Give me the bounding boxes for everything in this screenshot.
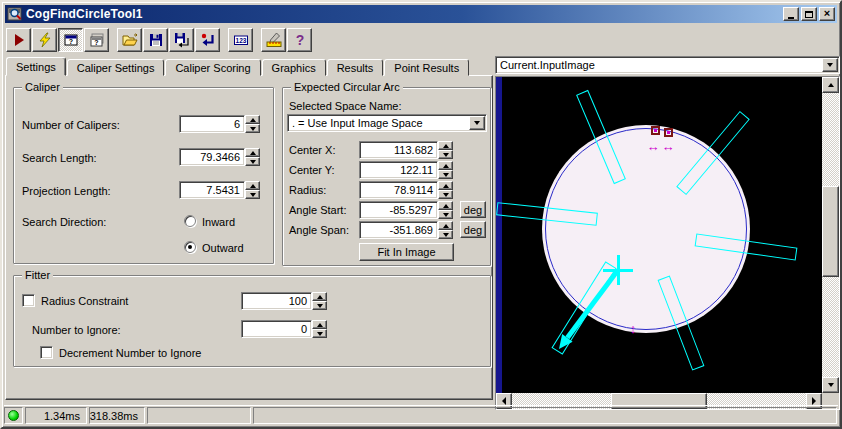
spin-down-button[interactable]: [312, 329, 327, 338]
tab-results[interactable]: Results: [327, 59, 384, 76]
radius-constraint-field[interactable]: 100: [241, 292, 312, 310]
electric-run-button[interactable]: [32, 28, 57, 52]
spin-down-button[interactable]: [438, 150, 453, 159]
save-button[interactable]: [143, 28, 168, 52]
search-direction-marker: ↕: [630, 322, 637, 335]
search-length-field[interactable]: 79.3466: [179, 148, 245, 166]
svg-text:?: ?: [94, 39, 98, 46]
scroll-up-button[interactable]: [822, 77, 839, 93]
decrement-number-label[interactable]: Decrement Number to Ignore: [59, 347, 201, 359]
edge-point-marker: [664, 128, 673, 137]
space-name-combobox[interactable]: . = Use Input Image Space: [287, 114, 487, 132]
spin-up-button[interactable]: [245, 148, 260, 157]
center-y-field[interactable]: 122.11: [359, 161, 438, 179]
spin-down-button[interactable]: [438, 210, 453, 219]
run-icon: [11, 32, 27, 48]
outward-radio[interactable]: [184, 241, 196, 253]
spin-up-button[interactable]: [438, 201, 453, 210]
cog-find-circle-tool-window: CogFindCircleTool1 × ??123? SettingsCali…: [0, 0, 842, 429]
angle-start-field[interactable]: -85.5297: [359, 201, 438, 219]
tab-caliper-settings[interactable]: Caliper Settings: [67, 59, 165, 76]
up-arrow-icon: [443, 164, 449, 168]
radius-label: Radius:: [289, 184, 326, 196]
radius-constraint-label[interactable]: Radius Constraint: [41, 295, 128, 307]
toolbar: ??123?: [6, 27, 313, 53]
image-selector-combobox[interactable]: Current.InputImage: [495, 56, 840, 74]
arc-group-title: Expected Circular Arc: [291, 81, 403, 93]
fit-in-image-button[interactable]: Fit In Image: [359, 243, 454, 261]
decrement-number-checkbox[interactable]: [40, 346, 53, 359]
maximize-button[interactable]: [801, 7, 817, 21]
inward-radio-label[interactable]: Inward: [202, 216, 235, 228]
outward-radio-label[interactable]: Outward: [202, 242, 244, 254]
radius-field[interactable]: 78.9114: [359, 181, 438, 199]
revert-button[interactable]: [195, 28, 220, 52]
spin-down-button[interactable]: [245, 190, 260, 199]
show-electric-tool-window-button[interactable]: ?: [84, 28, 109, 52]
spin-down-button[interactable]: [245, 124, 260, 133]
projection-length-field[interactable]: 7.5431: [179, 181, 245, 199]
spin-down-button[interactable]: [312, 301, 327, 310]
chevron-down-icon: [827, 63, 833, 67]
image-viewport[interactable]: ↔↔↕: [495, 76, 840, 410]
chevron-down-icon: [474, 121, 480, 125]
revert-arrow-icon: [200, 32, 216, 48]
up-arrow-icon: [443, 144, 449, 148]
dropdown-button[interactable]: [469, 116, 485, 130]
open-file-button[interactable]: [117, 28, 142, 52]
angle-span-unit-button[interactable]: deg: [460, 221, 486, 238]
spin-up-button[interactable]: [245, 181, 260, 190]
measure-button[interactable]: [261, 28, 286, 52]
status-led-panel: [4, 407, 23, 424]
edge-point-dot: [654, 129, 657, 132]
minimize-button[interactable]: [783, 7, 799, 21]
spin-up-button[interactable]: [312, 320, 327, 329]
spin-up-button[interactable]: [245, 115, 260, 124]
radius-constraint-checkbox[interactable]: [22, 294, 35, 307]
scroll-down-button[interactable]: [822, 377, 839, 393]
run-button[interactable]: [6, 28, 31, 52]
dropdown-button[interactable]: [822, 58, 838, 72]
numeric-display-button[interactable]: 123: [228, 28, 253, 52]
search-direction-marker: ↔: [647, 140, 660, 153]
spin-up-button[interactable]: [438, 161, 453, 170]
close-button[interactable]: ×: [819, 7, 835, 21]
spin-up-button[interactable]: [312, 292, 327, 301]
angle-start-unit-button[interactable]: deg: [460, 201, 486, 218]
spin-down-button[interactable]: [438, 170, 453, 179]
vertical-scroll-thumb[interactable]: [822, 186, 839, 277]
tab-point-results[interactable]: Point Results: [384, 59, 469, 76]
center-y-spinner: [438, 161, 453, 179]
spin-up-button[interactable]: [438, 181, 453, 190]
number-of-calipers-field[interactable]: 6: [179, 115, 245, 133]
title-bar[interactable]: CogFindCircleTool1 ×: [5, 5, 837, 23]
show-tool-window-button[interactable]: ?: [58, 28, 83, 52]
app-icon: [7, 6, 23, 22]
spin-down-button[interactable]: [245, 157, 260, 166]
up-arrow-icon: [828, 83, 834, 87]
tab-graphics[interactable]: Graphics: [262, 59, 326, 76]
edge-point-dot: [667, 131, 670, 134]
spin-up-button[interactable]: [438, 221, 453, 230]
inward-radio[interactable]: [184, 215, 196, 227]
spin-up-button[interactable]: [438, 141, 453, 150]
settings-tab-page: Caliper Number of Calipers: 6 Search Len…: [5, 75, 493, 400]
center-x-field[interactable]: 113.682: [359, 141, 438, 159]
tab-settings[interactable]: Settings: [6, 57, 66, 76]
up-arrow-icon: [250, 151, 256, 155]
image-display[interactable]: ↔↔↕: [496, 77, 822, 393]
down-arrow-icon: [443, 193, 449, 197]
search-length-spinner: [245, 148, 260, 166]
number-to-ignore-field[interactable]: 0: [241, 320, 312, 338]
save-as-button[interactable]: [169, 28, 194, 52]
help-button[interactable]: ?: [287, 28, 312, 52]
spin-down-button[interactable]: [438, 230, 453, 239]
fitter-group: Fitter Radius Constraint 100 Number to I…: [13, 275, 491, 367]
spin-down-button[interactable]: [438, 190, 453, 199]
vertical-scrollbar[interactable]: [822, 77, 839, 393]
search-direction-label: Search Direction:: [22, 216, 106, 228]
tab-caliper-scoring[interactable]: Caliper Scoring: [165, 59, 260, 76]
close-icon: ×: [824, 8, 830, 19]
center-y-label: Center Y:: [289, 164, 335, 176]
angle-span-field[interactable]: -351.869: [359, 221, 438, 239]
